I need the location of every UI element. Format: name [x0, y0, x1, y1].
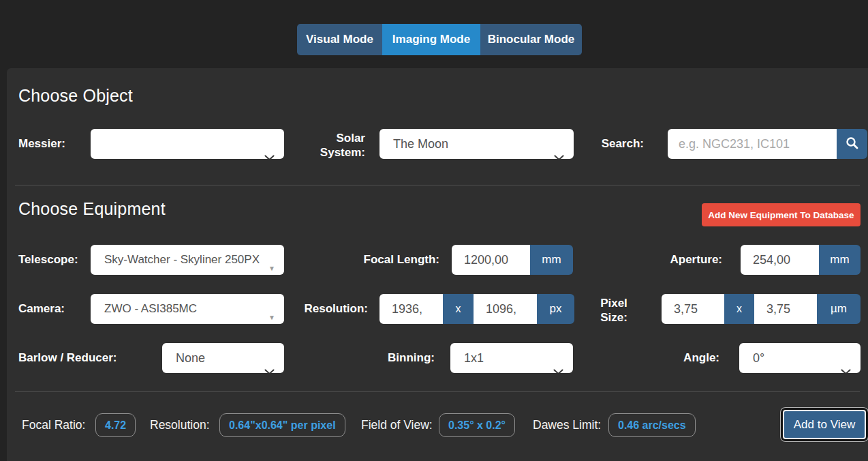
pixel-size-label: Pixel Size: [593, 295, 635, 325]
focal-ratio-label: Focal Ratio: [22, 408, 85, 442]
focal-length-group: mm [452, 245, 573, 275]
camera-select-value: ZWO - ASI385MC [104, 302, 197, 315]
field-of-view-label: Field of View: [361, 408, 433, 442]
resolution-group: x px [379, 294, 574, 324]
focal-length-unit: mm [530, 245, 573, 275]
chevron-down-icon [554, 142, 564, 159]
tab-imaging-mode[interactable]: Imaging Mode [382, 24, 480, 55]
resolution-label: Resolution: [293, 294, 368, 324]
aperture-input[interactable] [741, 245, 819, 275]
add-new-equipment-button[interactable]: Add New Equipment To Database [702, 203, 861, 226]
binning-select[interactable]: 1x1 [450, 343, 573, 373]
focal-ratio-value: 4.72 [95, 413, 136, 437]
pixel-separator: x [724, 294, 754, 324]
dropdown-arrow-icon: ▼ [268, 254, 275, 275]
chevron-down-icon [841, 356, 851, 373]
search-input[interactable] [668, 129, 837, 159]
binning-select-value: 1x1 [464, 351, 484, 365]
telescope-select[interactable]: Sky-Watcher - Skyliner 250PX ▼ [91, 245, 284, 275]
search-group [668, 129, 867, 159]
results-bar: Focal Ratio: 4.72 Resolution: 0.64"x0.64… [22, 408, 859, 443]
tab-binocular-mode[interactable]: Binocular Mode [480, 24, 582, 55]
resolution-unit: px [537, 294, 574, 324]
telescope-label: Telescope: [18, 245, 78, 275]
aperture-label: Aperture: [647, 245, 722, 275]
pixel-size-group: x µm [662, 294, 861, 324]
pixel-x-input[interactable] [662, 294, 724, 324]
pixel-unit: µm [817, 294, 861, 324]
telescope-select-value: Sky-Watcher - Skyliner 250PX [104, 253, 260, 266]
angle-select-value: 0° [753, 351, 764, 365]
chevron-down-icon [264, 356, 275, 373]
messier-select[interactable] [91, 129, 284, 159]
tab-visual-mode[interactable]: Visual Mode [297, 24, 382, 55]
choose-object-heading: Choose Object [18, 86, 133, 106]
main-panel: Choose Object Messier: Solar System: The… [7, 68, 868, 461]
field-of-view-value: 0.35° x 0.2° [439, 413, 515, 437]
focal-length-input[interactable] [452, 245, 530, 275]
add-to-view-button[interactable]: Add to View [783, 410, 866, 439]
binning-label: Binning: [360, 343, 435, 373]
result-resolution-label: Resolution: [150, 408, 210, 442]
camera-label: Camera: [18, 294, 65, 324]
angle-select[interactable]: 0° [739, 343, 861, 373]
resolution-separator: x [443, 294, 474, 324]
section-divider [15, 185, 860, 185]
barlow-reducer-select[interactable]: None [162, 343, 284, 373]
search-icon [846, 136, 858, 151]
aperture-unit: mm [819, 245, 861, 275]
chevron-down-icon [553, 356, 563, 373]
mode-tabbar: Visual Mode Imaging Mode Binocular Mode [297, 24, 582, 55]
angle-label: Angle: [651, 343, 719, 373]
chevron-down-icon [264, 142, 275, 159]
choose-equipment-heading: Choose Equipment [18, 199, 166, 219]
dawes-limit-label: Dawes Limit: [533, 408, 601, 442]
messier-label: Messier: [18, 129, 65, 159]
search-label: Search: [598, 129, 644, 159]
solar-system-select[interactable]: The Moon [379, 129, 574, 159]
result-resolution-value: 0.64"x0.64" per pixel [219, 413, 345, 437]
dropdown-arrow-icon: ▼ [268, 303, 275, 324]
dawes-limit-value: 0.46 arc/secs [608, 413, 696, 437]
pixel-y-input[interactable] [754, 294, 817, 324]
resolution-x-input[interactable] [379, 294, 443, 324]
barlow-reducer-select-value: None [176, 351, 205, 365]
aperture-group: mm [741, 245, 861, 275]
camera-select[interactable]: ZWO - ASI385MC ▼ [91, 294, 284, 324]
resolution-y-input[interactable] [474, 294, 537, 324]
barlow-reducer-label: Barlow / Reducer: [18, 343, 117, 373]
solar-system-select-value: The Moon [393, 137, 448, 151]
focal-length-label: Focal Length: [341, 245, 439, 275]
section-divider [15, 391, 860, 392]
solar-system-label: Solar System: [307, 130, 365, 160]
search-button[interactable] [837, 129, 867, 159]
